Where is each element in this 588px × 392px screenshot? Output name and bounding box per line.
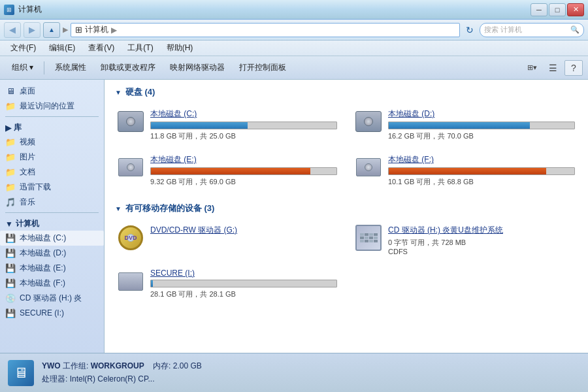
title-controls: ─ □ ✕ [531, 3, 584, 16]
drive-f-icon: 💾 [5, 278, 16, 289]
menu-bar: 文件(F) 编辑(E) 查看(V) 工具(T) 帮助(H) [0, 41, 588, 56]
group-text-library: 库 [14, 122, 22, 133]
device-g-info: DVD/CD-RW 驱动器 (G:) [150, 225, 337, 238]
device-h-icon [355, 225, 382, 251]
uninstall-button[interactable]: 卸载或更改程序 [94, 59, 162, 77]
sidebar-item-video[interactable]: 📁 视频 [0, 135, 104, 150]
divider-1 [5, 116, 99, 117]
sidebar: 🖥 桌面 📁 最近访问的位置 ▶ 库 📁 视频 📁 图片 📁 文档 📁 迅雷下载 [0, 80, 105, 353]
drive-f-info: 本地磁盘 (F:) 10.1 GB 可用，共 68.8 GB [388, 154, 575, 187]
device-h-name[interactable]: CD 驱动器 (H:) 炎黄U盘维护系统 [388, 225, 575, 236]
group-icon-computer: ▼ [5, 220, 13, 229]
sidebar-label-c: 本地磁盘 (C:) [20, 233, 66, 244]
device-i-icon [118, 269, 144, 295]
drive-f-bar-bg [388, 167, 575, 175]
workgroup-value: WORKGROUP [91, 361, 144, 370]
system-props-button[interactable]: 系统属性 [48, 59, 93, 77]
drive-c-icon: 💾 [5, 233, 16, 244]
sidebar-item-h[interactable]: 💿 CD 驱动器 (H:) 炎 [0, 291, 104, 306]
group-text-computer: 计算机 [16, 218, 39, 229]
drive-f-bar-fill [389, 168, 546, 174]
minimize-button[interactable]: ─ [531, 3, 547, 16]
device-item-h[interactable]: CD 驱动器 (H:) 炎黄U盘维护系统 0 字节 可用，共 728 MB CD… [353, 222, 578, 258]
menu-view[interactable]: 查看(V) [83, 41, 120, 55]
status-text: YWO 工作组: WORKGROUP 内存: 2.00 GB 处理器: Inte… [42, 360, 202, 385]
sidebar-item-recent[interactable]: 📁 最近访问的位置 [0, 99, 104, 114]
drive-d-name[interactable]: 本地磁盘 (D:) [388, 108, 575, 120]
menu-help[interactable]: 帮助(H) [161, 41, 199, 55]
control-panel-button[interactable]: 打开控制面板 [233, 59, 293, 77]
hard-drives-header: ▼ 硬盘 (4) [115, 86, 578, 98]
close-button[interactable]: ✕ [567, 3, 584, 16]
sidebar-item-c[interactable]: 💾 本地磁盘 (C:) [0, 231, 104, 246]
device-item-i[interactable]: SECURE (I:) 28.1 GB 可用，共 28.1 GB [115, 266, 340, 302]
device-h-extra: CDFS [388, 248, 575, 255]
drive-item-d[interactable]: 本地磁盘 (D:) 16.2 GB 可用，共 70.0 GB [353, 106, 578, 144]
device-g-icon: DVD [118, 225, 144, 251]
sidebar-item-documents[interactable]: 📁 文档 [0, 165, 104, 180]
drive-h-icon: 💿 [5, 293, 16, 304]
organize-button[interactable]: 组织 ▾ [5, 59, 40, 77]
maximize-button[interactable]: □ [549, 3, 566, 16]
drive-e-stats: 9.32 GB 可用，共 69.0 GB [150, 177, 337, 187]
help-button[interactable]: ? [564, 60, 583, 76]
documents-icon: 📁 [5, 167, 16, 178]
hard-drives-title: 硬盘 (4) [125, 86, 155, 98]
sidebar-label-video: 视频 [20, 137, 35, 148]
desktop-icon: 🖥 [5, 86, 16, 97]
drive-f-name[interactable]: 本地磁盘 (F:) [388, 154, 575, 165]
drive-i-icon: 💾 [5, 308, 16, 318]
drive-c-name[interactable]: 本地磁盘 (C:) [150, 108, 337, 120]
title-bar: ⊞ 计算机 ─ □ ✕ [0, 0, 588, 20]
drive-item-f[interactable]: 本地磁盘 (F:) 10.1 GB 可用，共 68.8 GB [353, 152, 578, 189]
drive-d-stats: 16.2 GB 可用，共 70.0 GB [388, 131, 575, 141]
memory-value: 2.00 GB [173, 361, 202, 370]
device-g-name[interactable]: DVD/CD-RW 驱动器 (G:) [150, 225, 337, 236]
separator-1 [44, 61, 44, 74]
drive-grid: 本地磁盘 (C:) 11.8 GB 可用，共 25.0 GB 本地磁盘 (D:) [115, 106, 578, 189]
drive-e-info: 本地磁盘 (E:) 9.32 GB 可用，共 69.0 GB [150, 154, 337, 187]
forward-button[interactable]: ▶ [24, 22, 41, 38]
computer-name: YWO [42, 361, 61, 370]
search-box[interactable]: 搜索 计算机 🔍 [480, 23, 584, 37]
refresh-button[interactable]: ↻ [463, 23, 477, 37]
menu-edit[interactable]: 编辑(E) [44, 41, 80, 55]
view-options-button[interactable]: ⊞▾ [523, 60, 541, 76]
memory-label: 内存: [146, 361, 173, 370]
sidebar-item-pictures[interactable]: 📁 图片 [0, 150, 104, 165]
toolbar-right: ⊞▾ ☰ ? [523, 60, 583, 76]
status-bar: 🖥 YWO 工作组: WORKGROUP 内存: 2.00 GB 处理器: In… [0, 353, 588, 392]
back-button[interactable]: ◀ [4, 22, 21, 38]
sidebar-item-i[interactable]: 💾 SECURE (I:) [0, 306, 104, 320]
sidebar-item-music[interactable]: 🎵 音乐 [0, 195, 104, 210]
sidebar-item-desktop[interactable]: 🖥 桌面 [0, 84, 104, 99]
thunder-icon: 📁 [5, 182, 16, 193]
sidebar-item-thunder[interactable]: 📁 迅雷下载 [0, 180, 104, 195]
sidebar-label-recent: 最近访问的位置 [20, 101, 74, 112]
device-i-bar-fill [151, 280, 153, 287]
sidebar-item-e[interactable]: 💾 本地磁盘 (E:) [0, 261, 104, 276]
status-line-2: 处理器: Intel(R) Celeron(R) CP... [42, 373, 202, 385]
address-input[interactable]: ⊞ 计算机 ▶ [71, 23, 460, 37]
menu-file[interactable]: 文件(F) [5, 41, 41, 55]
content-area: ▼ 硬盘 (4) 本地磁盘 (C:) 11.8 GB 可用，共 25.0 GB [105, 80, 588, 353]
drive-c-bar-fill [151, 122, 248, 129]
details-view-button[interactable]: ☰ [544, 60, 562, 76]
sidebar-item-d[interactable]: 💾 本地磁盘 (D:) [0, 246, 104, 261]
map-drive-button[interactable]: 映射网络驱动器 [163, 59, 231, 77]
menu-tools[interactable]: 工具(T) [122, 41, 158, 55]
drive-e-name[interactable]: 本地磁盘 (E:) [150, 154, 337, 165]
drive-d-bar-bg [388, 122, 575, 129]
drive-c-bar-bg [150, 122, 337, 129]
device-h-stats: 0 字节 可用，共 728 MB [388, 238, 575, 248]
drive-item-e[interactable]: 本地磁盘 (E:) 9.32 GB 可用，共 69.0 GB [115, 152, 340, 189]
workgroup-label: 工作组: [63, 361, 91, 370]
device-i-name[interactable]: SECURE (I:) [150, 269, 337, 278]
sidebar-item-f[interactable]: 💾 本地磁盘 (F:) [0, 276, 104, 291]
drive-item-c[interactable]: 本地磁盘 (C:) 11.8 GB 可用，共 25.0 GB [115, 106, 340, 144]
group-icon-library: ▶ [5, 123, 11, 133]
video-icon: 📁 [5, 137, 16, 148]
status-line-1: YWO 工作组: WORKGROUP 内存: 2.00 GB [42, 360, 202, 372]
up-button[interactable]: ▲ [43, 22, 60, 38]
device-item-g[interactable]: DVD DVD/CD-RW 驱动器 (G:) [115, 222, 340, 258]
